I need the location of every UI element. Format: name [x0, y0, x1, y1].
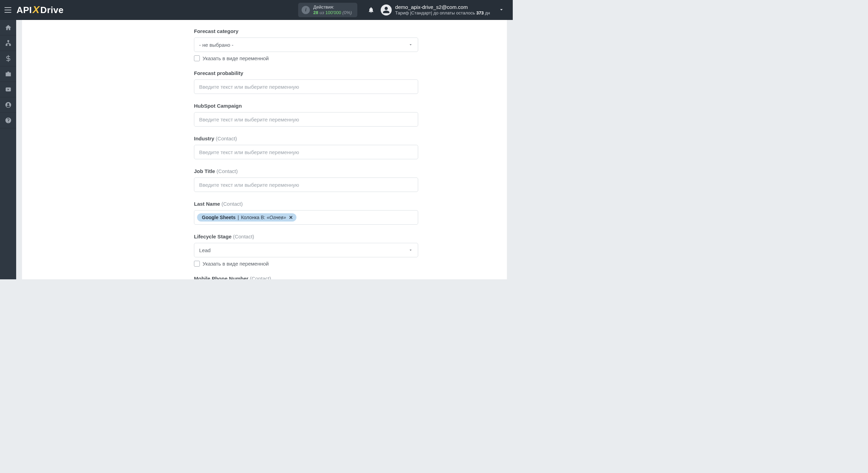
input-hubspot-campaign[interactable] — [194, 112, 418, 127]
field-forecast-category: Forecast category - не выбрано - Указать… — [194, 28, 418, 61]
dollar-icon — [5, 55, 12, 62]
nav-billing[interactable] — [0, 51, 16, 66]
field-last-name: Last Name (Contact) Google Sheets | Коло… — [194, 201, 418, 225]
chevron-down-icon — [498, 7, 504, 13]
select-value: - не выбрано - — [199, 42, 408, 48]
nav-home[interactable] — [0, 20, 16, 35]
bell-icon — [368, 7, 375, 13]
sitemap-icon — [5, 40, 12, 46]
actions-of: из — [319, 10, 324, 15]
youtube-icon — [5, 86, 12, 93]
user-icon — [382, 6, 390, 14]
svg-rect-0 — [8, 41, 9, 42]
chevron-down-icon — [408, 42, 413, 47]
text-input[interactable] — [199, 149, 413, 155]
nav-help[interactable] — [0, 113, 16, 128]
field-hubspot-campaign: HubSpot Campaign — [194, 103, 418, 127]
sidebar — [0, 20, 16, 279]
actions-text: Действия: 28 из 100'000 (0%) — [313, 4, 352, 15]
actions-counter[interactable]: i Действия: 28 из 100'000 (0%) — [298, 3, 357, 17]
input-job-title[interactable] — [194, 178, 418, 192]
text-input[interactable] — [199, 117, 413, 122]
svg-rect-1 — [6, 44, 7, 45]
input-industry[interactable] — [194, 145, 418, 159]
checkbox-label: Указать в виде переменной — [203, 55, 269, 61]
hamburger-icon — [4, 7, 11, 13]
input-last-name[interactable]: Google Sheets | Колонка B: «Огнев» ✕ — [194, 210, 418, 225]
tag-source: Google Sheets — [202, 215, 236, 220]
tag-remove[interactable]: ✕ — [289, 215, 293, 220]
nav-video[interactable] — [0, 82, 16, 97]
field-label: HubSpot Campaign — [194, 103, 418, 109]
info-icon: i — [302, 6, 310, 14]
actions-pct: (0%) — [343, 10, 352, 15]
field-label: Last Name (Contact) — [194, 201, 418, 207]
actions-total: 100'000 — [325, 10, 341, 15]
main-content: Forecast category - не выбрано - Указать… — [16, 20, 513, 279]
field-job-title: Job Title (Contact) — [194, 168, 418, 192]
nav-briefcase[interactable] — [0, 66, 16, 82]
checkbox-label: Указать в виде переменной — [203, 261, 269, 267]
actions-count: 28 — [313, 10, 318, 15]
variable-checkbox-row: Указать в виде переменной — [194, 261, 418, 267]
field-label: Job Title (Contact) — [194, 168, 418, 174]
field-mobile-phone: Mobile Phone Number (Contact) — [194, 276, 418, 279]
form-card: Forecast category - не выбрано - Указать… — [22, 20, 507, 279]
field-label: Forecast probability — [194, 70, 418, 76]
avatar — [381, 4, 392, 15]
home-icon — [5, 24, 12, 31]
user-menu[interactable]: demo_apix-drive_s2@com.com Тариф |Станда… — [381, 4, 490, 16]
text-input[interactable] — [199, 182, 413, 188]
user-circle-icon — [5, 101, 12, 108]
field-lifecycle-stage: Lifecycle Stage (Contact) Lead Указать в… — [194, 234, 418, 267]
variable-checkbox-row: Указать в виде переменной — [194, 55, 418, 61]
logo-api: API — [17, 5, 32, 15]
select-forecast-category[interactable]: - не выбрано - — [194, 37, 418, 52]
briefcase-icon — [5, 71, 12, 77]
field-label: Industry (Contact) — [194, 136, 418, 141]
actions-label: Действия: — [313, 4, 352, 10]
logo-x: X — [33, 4, 40, 15]
chevron-down-icon — [408, 248, 413, 252]
field-label: Lifecycle Stage (Contact) — [194, 234, 418, 239]
field-forecast-probability: Forecast probability — [194, 70, 418, 94]
text-input[interactable] — [199, 84, 413, 90]
field-label: Forecast category — [194, 28, 418, 34]
notifications-button[interactable] — [364, 7, 378, 13]
input-forecast-probability[interactable] — [194, 79, 418, 94]
user-email: demo_apix-drive_s2@com.com — [395, 4, 490, 11]
user-text: demo_apix-drive_s2@com.com Тариф |Станда… — [395, 4, 490, 16]
variable-tag: Google Sheets | Колонка B: «Огнев» ✕ — [197, 213, 296, 222]
logo[interactable]: API X Drive — [17, 4, 64, 16]
field-industry: Industry (Contact) — [194, 136, 418, 159]
checkbox-variable-forecast-category[interactable] — [194, 55, 200, 61]
logo-drive: Drive — [40, 5, 64, 15]
user-tariff: Тариф |Стандарт| до оплаты осталось 373 … — [395, 10, 490, 16]
field-label: Mobile Phone Number (Contact) — [194, 276, 418, 279]
nav-account[interactable] — [0, 97, 16, 113]
select-value: Lead — [199, 247, 408, 253]
question-icon — [5, 117, 12, 124]
nav-connections[interactable] — [0, 35, 16, 51]
menu-toggle[interactable] — [0, 0, 16, 20]
select-lifecycle-stage[interactable]: Lead — [194, 243, 418, 257]
app-header: API X Drive i Действия: 28 из 100'000 (0… — [0, 0, 513, 20]
svg-rect-2 — [9, 44, 10, 45]
checkbox-variable-lifecycle-stage[interactable] — [194, 261, 200, 267]
header-caret[interactable] — [490, 7, 508, 14]
